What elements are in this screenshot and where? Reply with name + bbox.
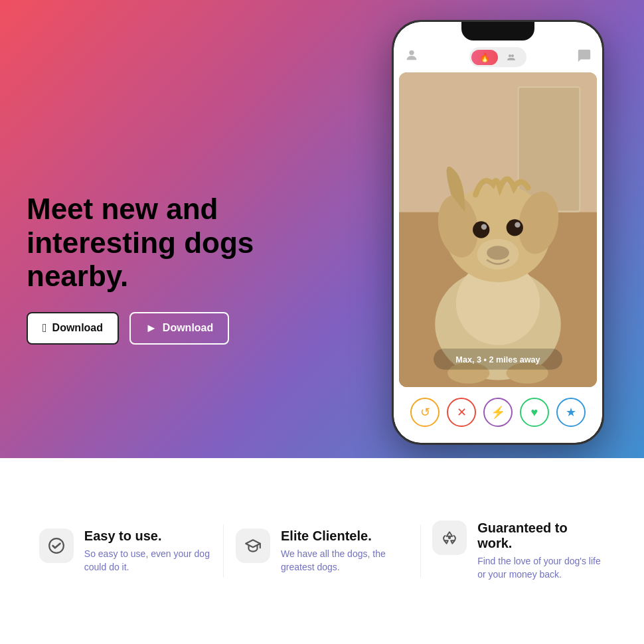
boost-icon: ⚡	[491, 405, 505, 420]
phone-notch	[461, 22, 534, 40]
like-button[interactable]: ♥	[520, 398, 549, 427]
phone-mockup: 🔥	[392, 20, 604, 445]
graduation-icon	[244, 537, 262, 554]
nope-icon: ✕	[457, 405, 467, 420]
hero-section: Meet new and interesting dogs nearby.  …	[0, 0, 644, 458]
hero-text-block: Meet new and interesting dogs nearby.  …	[27, 193, 279, 345]
phone-body: 🔥	[392, 20, 604, 445]
feature-easy: Easy to use. So easy to use, even your d…	[39, 528, 212, 574]
svg-point-0	[409, 50, 414, 55]
play-store-icon: ►	[145, 321, 157, 335]
svg-point-15	[481, 224, 487, 230]
apple-icon: 	[42, 321, 47, 335]
star-icon: ★	[566, 405, 576, 420]
action-buttons-row: ↺ ✕ ⚡ ♥ ★	[394, 390, 602, 443]
guaranteed-icon-box	[432, 521, 467, 555]
flame-icon: 🔥	[479, 52, 490, 62]
rewind-button[interactable]: ↺	[410, 398, 440, 427]
chat-icon	[577, 48, 592, 66]
superlike-button[interactable]: ★	[556, 398, 586, 427]
heart-icon: ♥	[530, 406, 538, 420]
recycle-icon	[441, 529, 458, 546]
guaranteed-desc: Find the love of your dog's life or your…	[477, 555, 605, 581]
elite-text: Elite Clientele. We have all the dogs, t…	[281, 528, 408, 574]
view-toggle[interactable]: 🔥	[469, 47, 526, 67]
divider-2	[420, 524, 421, 578]
svg-point-18	[477, 239, 519, 270]
elite-title: Elite Clientele.	[281, 528, 408, 544]
svg-point-25	[448, 536, 451, 539]
toggle-group	[498, 49, 524, 65]
phone-screen: 🔥	[394, 22, 602, 443]
elite-desc: We have all the dogs, the greatest dogs.	[281, 548, 408, 574]
features-section: Easy to use. So easy to use, even your d…	[0, 458, 644, 644]
easy-icon-box	[39, 528, 74, 563]
dog-illustration: Max, 3 • 2 miles away	[399, 72, 597, 387]
svg-point-1	[509, 54, 511, 57]
elite-icon-box	[236, 528, 270, 563]
svg-point-13	[473, 221, 489, 238]
nope-button[interactable]: ✕	[447, 398, 476, 427]
easy-text: Easy to use. So easy to use, even your d…	[84, 528, 212, 574]
hero-title: Meet new and interesting dogs nearby.	[27, 193, 279, 293]
hero-buttons:  Download ► Download	[27, 312, 279, 345]
svg-text:Max, 3 • 2 miles away: Max, 3 • 2 miles away	[455, 355, 540, 364]
svg-point-16	[515, 222, 520, 227]
download-google-button[interactable]: ► Download	[129, 312, 229, 345]
rewind-icon: ↺	[420, 405, 430, 420]
download-apple-button[interactable]:  Download	[27, 312, 119, 345]
feature-elite: Elite Clientele. We have all the dogs, t…	[236, 528, 408, 574]
svg-rect-7	[519, 88, 580, 210]
svg-point-2	[511, 54, 514, 57]
easy-title: Easy to use.	[84, 528, 212, 544]
toggle-fire: 🔥	[471, 50, 498, 65]
feature-guaranteed: Guaranteed to work. Find the love of you…	[432, 521, 605, 581]
divider-1	[223, 524, 224, 578]
boost-button[interactable]: ⚡	[483, 398, 513, 427]
guaranteed-text: Guaranteed to work. Find the love of you…	[477, 521, 605, 581]
profile-icon	[404, 48, 419, 66]
easy-desc: So easy to use, even your dog could do i…	[84, 548, 212, 574]
svg-point-14	[507, 219, 523, 236]
checkmark-icon	[48, 537, 65, 554]
guaranteed-title: Guaranteed to work.	[477, 521, 605, 551]
dog-photo: Max, 3 • 2 miles away	[399, 72, 597, 387]
